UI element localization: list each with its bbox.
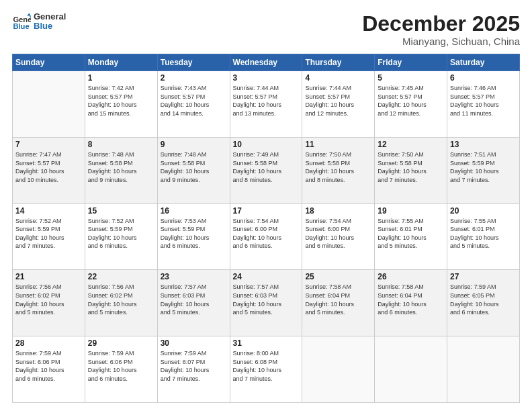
- day-info: Sunrise: 7:52 AMSunset: 5:59 PMDaylight:…: [15, 217, 82, 250]
- day-number: 1: [88, 73, 154, 83]
- weekday-header-saturday: Saturday: [447, 54, 520, 71]
- day-number: 13: [450, 140, 517, 149]
- day-number: 25: [305, 272, 371, 281]
- week-row-4: 21Sunrise: 7:56 AMSunset: 6:02 PMDayligh…: [13, 270, 520, 336]
- day-number: 3: [233, 73, 300, 83]
- day-number: 6: [450, 73, 517, 83]
- day-number: 21: [15, 272, 82, 281]
- calendar-cell: 14Sunrise: 7:52 AMSunset: 5:59 PMDayligh…: [13, 203, 85, 270]
- day-number: 4: [305, 73, 371, 83]
- week-row-5: 28Sunrise: 7:59 AMSunset: 6:06 PMDayligh…: [13, 336, 520, 403]
- day-number: 19: [378, 206, 444, 216]
- day-number: 12: [378, 140, 444, 149]
- day-number: 15: [88, 206, 154, 216]
- day-info: Sunrise: 7:55 AMSunset: 6:01 PMDaylight:…: [378, 217, 444, 250]
- day-info: Sunrise: 7:58 AMSunset: 6:04 PMDaylight:…: [378, 283, 444, 316]
- day-info: Sunrise: 7:44 AMSunset: 5:57 PMDaylight:…: [305, 84, 371, 118]
- page: General Blue General Blue December 2025 …: [0, 0, 532, 411]
- calendar-cell: 7Sunrise: 7:47 AMSunset: 5:57 PMDaylight…: [13, 137, 85, 203]
- day-number: 17: [233, 206, 300, 216]
- day-info: Sunrise: 7:47 AMSunset: 5:57 PMDaylight:…: [15, 150, 82, 184]
- day-number: 5: [378, 73, 444, 83]
- day-info: Sunrise: 7:42 AMSunset: 5:57 PMDaylight:…: [88, 84, 154, 118]
- day-info: Sunrise: 8:00 AMSunset: 6:08 PMDaylight:…: [233, 349, 300, 383]
- day-number: 10: [233, 140, 300, 149]
- week-row-1: 1Sunrise: 7:42 AMSunset: 5:57 PMDaylight…: [13, 71, 520, 138]
- calendar-cell: 22Sunrise: 7:56 AMSunset: 6:02 PMDayligh…: [85, 270, 157, 336]
- day-number: 8: [88, 140, 154, 149]
- day-number: 2: [161, 73, 227, 83]
- calendar-cell: 4Sunrise: 7:44 AMSunset: 5:57 PMDaylight…: [302, 71, 375, 138]
- calendar-cell: 5Sunrise: 7:45 AMSunset: 5:57 PMDaylight…: [375, 71, 447, 138]
- day-info: Sunrise: 7:58 AMSunset: 6:04 PMDaylight:…: [305, 283, 371, 316]
- day-info: Sunrise: 7:59 AMSunset: 6:07 PMDaylight:…: [161, 349, 227, 383]
- calendar-cell: 23Sunrise: 7:57 AMSunset: 6:03 PMDayligh…: [157, 270, 230, 336]
- day-info: Sunrise: 7:44 AMSunset: 5:57 PMDaylight:…: [233, 84, 300, 118]
- day-number: 29: [88, 338, 154, 348]
- calendar-cell: 25Sunrise: 7:58 AMSunset: 6:04 PMDayligh…: [302, 270, 375, 336]
- calendar-cell: 15Sunrise: 7:52 AMSunset: 5:59 PMDayligh…: [85, 203, 157, 270]
- calendar-cell: 20Sunrise: 7:55 AMSunset: 6:01 PMDayligh…: [447, 203, 520, 270]
- calendar-cell: [302, 336, 375, 403]
- calendar-cell: 8Sunrise: 7:48 AMSunset: 5:58 PMDaylight…: [85, 137, 157, 203]
- day-info: Sunrise: 7:59 AMSunset: 6:06 PMDaylight:…: [15, 349, 82, 383]
- calendar-cell: 9Sunrise: 7:48 AMSunset: 5:58 PMDaylight…: [157, 137, 230, 203]
- calendar-cell: 1Sunrise: 7:42 AMSunset: 5:57 PMDaylight…: [85, 71, 157, 138]
- calendar-cell: 18Sunrise: 7:54 AMSunset: 6:00 PMDayligh…: [302, 203, 375, 270]
- day-number: 20: [450, 206, 517, 216]
- day-info: Sunrise: 7:55 AMSunset: 6:01 PMDaylight:…: [450, 217, 517, 250]
- calendar-table: SundayMondayTuesdayWednesdayThursdayFrid…: [12, 54, 520, 403]
- day-info: Sunrise: 7:50 AMSunset: 5:58 PMDaylight:…: [305, 150, 371, 184]
- logo-line2: Blue: [34, 21, 66, 31]
- calendar-cell: 11Sunrise: 7:50 AMSunset: 5:58 PMDayligh…: [302, 137, 375, 203]
- day-info: Sunrise: 7:57 AMSunset: 6:03 PMDaylight:…: [233, 283, 300, 316]
- day-info: Sunrise: 7:56 AMSunset: 6:02 PMDaylight:…: [15, 283, 82, 316]
- svg-marker-2: [27, 13, 31, 16]
- calendar-cell: 30Sunrise: 7:59 AMSunset: 6:07 PMDayligh…: [157, 336, 230, 403]
- day-info: Sunrise: 7:46 AMSunset: 5:57 PMDaylight:…: [450, 84, 517, 118]
- day-number: 7: [15, 140, 82, 149]
- calendar-cell: 3Sunrise: 7:44 AMSunset: 5:57 PMDaylight…: [230, 71, 302, 138]
- weekday-header-friday: Friday: [375, 54, 447, 71]
- day-info: Sunrise: 7:45 AMSunset: 5:57 PMDaylight:…: [378, 84, 444, 118]
- day-info: Sunrise: 7:56 AMSunset: 6:02 PMDaylight:…: [88, 283, 154, 316]
- day-info: Sunrise: 7:53 AMSunset: 5:59 PMDaylight:…: [161, 217, 227, 250]
- day-info: Sunrise: 7:57 AMSunset: 6:03 PMDaylight:…: [161, 283, 227, 316]
- day-info: Sunrise: 7:52 AMSunset: 5:59 PMDaylight:…: [88, 217, 154, 250]
- calendar-cell: 6Sunrise: 7:46 AMSunset: 5:57 PMDaylight…: [447, 71, 520, 138]
- calendar-cell: 17Sunrise: 7:54 AMSunset: 6:00 PMDayligh…: [230, 203, 302, 270]
- calendar-cell: 31Sunrise: 8:00 AMSunset: 6:08 PMDayligh…: [230, 336, 302, 403]
- calendar-cell: 21Sunrise: 7:56 AMSunset: 6:02 PMDayligh…: [13, 270, 85, 336]
- day-info: Sunrise: 7:59 AMSunset: 6:06 PMDaylight:…: [88, 349, 154, 383]
- title-block: December 2025 Mianyang, Sichuan, China: [362, 12, 520, 47]
- day-info: Sunrise: 7:51 AMSunset: 5:59 PMDaylight:…: [450, 150, 517, 184]
- calendar-cell: 27Sunrise: 7:59 AMSunset: 6:05 PMDayligh…: [447, 270, 520, 336]
- weekday-header-sunday: Sunday: [13, 54, 85, 71]
- day-info: Sunrise: 7:49 AMSunset: 5:58 PMDaylight:…: [233, 150, 300, 184]
- logo-line1: General: [34, 12, 66, 21]
- calendar-cell: [447, 336, 520, 403]
- day-number: 14: [15, 206, 82, 216]
- calendar-cell: 10Sunrise: 7:49 AMSunset: 5:58 PMDayligh…: [230, 137, 302, 203]
- logo-icon: General Blue: [12, 12, 31, 31]
- calendar-cell: 24Sunrise: 7:57 AMSunset: 6:03 PMDayligh…: [230, 270, 302, 336]
- day-info: Sunrise: 7:48 AMSunset: 5:58 PMDaylight:…: [161, 150, 227, 184]
- day-number: 16: [161, 206, 227, 216]
- month-title: December 2025: [362, 12, 520, 36]
- day-number: 31: [233, 338, 300, 348]
- day-number: 22: [88, 272, 154, 281]
- calendar-cell: [13, 71, 85, 138]
- calendar-cell: 26Sunrise: 7:58 AMSunset: 6:04 PMDayligh…: [375, 270, 447, 336]
- calendar-cell: 13Sunrise: 7:51 AMSunset: 5:59 PMDayligh…: [447, 137, 520, 203]
- day-number: 11: [305, 140, 371, 149]
- day-number: 18: [305, 206, 371, 216]
- weekday-header-thursday: Thursday: [302, 54, 375, 71]
- calendar-cell: 12Sunrise: 7:50 AMSunset: 5:58 PMDayligh…: [375, 137, 447, 203]
- weekday-header-monday: Monday: [85, 54, 157, 71]
- day-number: 24: [233, 272, 300, 281]
- weekday-header-row: SundayMondayTuesdayWednesdayThursdayFrid…: [13, 54, 520, 71]
- day-info: Sunrise: 7:50 AMSunset: 5:58 PMDaylight:…: [378, 150, 444, 184]
- day-number: 26: [378, 272, 444, 281]
- week-row-2: 7Sunrise: 7:47 AMSunset: 5:57 PMDaylight…: [13, 137, 520, 203]
- calendar-cell: 2Sunrise: 7:43 AMSunset: 5:57 PMDaylight…: [157, 71, 230, 138]
